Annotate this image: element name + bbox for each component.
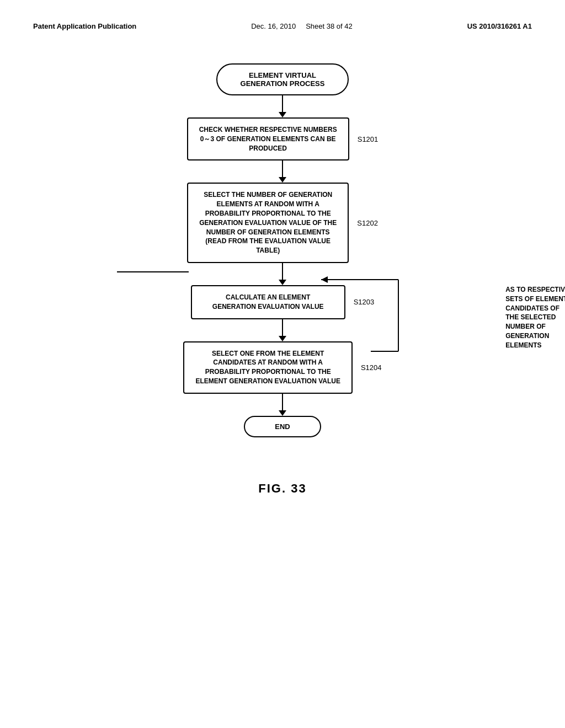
page-header: Patent Application Publication Dec. 16, … [33,22,532,30]
side-note: AS TO RESPECTIVESETS OF ELEMENTCANDIDATE… [505,285,565,350]
step-s1203-box: CALCULATE AN ELEMENTGENERATION EVALUATIO… [191,285,345,319]
step-s1201-label: S1201 [358,135,379,143]
end-box: END [244,416,321,437]
step-s1201-box: CHECK WHETHER RESPECTIVE NUMBERS0～3 OF G… [187,117,349,160]
start-row: ELEMENT VIRTUALGENERATION PROCESS [33,63,532,95]
step-s1203-label: S1203 [354,298,375,306]
figure-caption: FIG. 33 [33,481,532,496]
step-s1204-label: S1204 [361,363,382,372]
header-center: Dec. 16, 2010 Sheet 38 of 42 [251,22,353,30]
page: Patent Application Publication Dec. 16, … [0,0,565,728]
arrow-5 [279,394,286,416]
arrow-2 [279,160,286,183]
header-sheet: Sheet 38 of 42 [306,22,353,30]
step-s1202-label: S1202 [357,219,378,227]
flowchart: ELEMENT VIRTUALGENERATION PROCESS CHECK … [33,63,532,437]
start-box: ELEMENT VIRTUALGENERATION PROCESS [216,63,349,95]
arrow-1 [279,95,286,117]
header-right: US 2010/316261 A1 [467,22,532,30]
arrow-4 [279,319,286,341]
header-date: Dec. 16, 2010 [251,22,296,30]
header-left: Patent Application Publication [33,22,136,30]
end-row: END [33,416,532,437]
step-s1203-row: CALCULATE AN ELEMENTGENERATION EVALUATIO… [89,285,476,319]
step-s1201-row: CHECK WHETHER RESPECTIVE NUMBERS0～3 OF G… [33,117,532,160]
step-s1204-box: SELECT ONE FROM THE ELEMENT CANDIDATES A… [183,341,352,394]
step-s1202-row: SELECT THE NUMBER OF GENERATION ELEMENTS… [33,183,532,263]
loop-section: CALCULATE AN ELEMENTGENERATION EVALUATIO… [89,263,476,319]
step-s1204-row: SELECT ONE FROM THE ELEMENT CANDIDATES A… [33,341,532,394]
step-s1202-box: SELECT THE NUMBER OF GENERATION ELEMENTS… [187,183,349,263]
